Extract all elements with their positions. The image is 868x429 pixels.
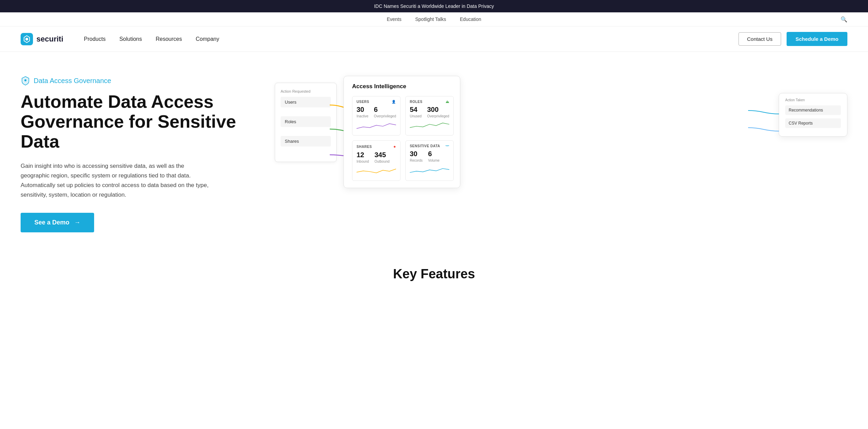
search-icon[interactable]: 🔍 [841, 16, 847, 23]
roles-chart [410, 120, 449, 130]
access-intelligence-card: Access Intelligence USERS 👤 30 Inactive [343, 76, 460, 188]
stat-shares: SHARES ● 12 Inbound 345 Outbound [352, 140, 401, 181]
nav-resources[interactable]: Resources [156, 36, 182, 42]
stat-users-numbers: 30 Inactive 6 Overprivileged [357, 106, 396, 118]
contact-us-button[interactable]: Contact Us [739, 32, 781, 46]
sensitive-icon: 〰 [446, 144, 449, 148]
stat-roles-label: ROLES ⛰ [410, 100, 449, 104]
action-recommendations: Recommendations [785, 105, 841, 115]
logo-text: securiti [36, 35, 63, 44]
svg-point-1 [25, 38, 28, 40]
stat-shares-label: SHARES ● [357, 144, 396, 149]
hero-visual: Action Requested Users Roles Shares Acce… [275, 72, 847, 223]
nav-links: Products Solutions Resources Company [84, 36, 738, 42]
access-card-title: Access Intelligence [352, 83, 452, 90]
hero-description: Gain insight into who is accessing sensi… [21, 161, 213, 200]
nav-actions: Contact Us Schedule a Demo [739, 32, 847, 46]
flow-shares: Shares [281, 136, 331, 147]
stat-sensitive-data: SENSITIVE DATA 〰 30 Records 6 Volume [405, 140, 454, 181]
nav-education[interactable]: Education [460, 16, 481, 22]
action-lines [748, 100, 779, 141]
stat-roles: ROLES ⛰ 54 Unused 300 Overprivileged [405, 96, 454, 136]
user-icon: 👤 [392, 100, 396, 104]
hero-title: Automate Data Access Governance for Sens… [21, 92, 261, 152]
flow-roles: Roles [281, 116, 331, 127]
action-taken-label: Action Taken [785, 98, 841, 102]
announcement-bar: IDC Names Securiti a Worldwide Leader in… [0, 0, 868, 12]
hero-tag-text: Data Access Governance [34, 77, 111, 85]
shares-chart [357, 165, 396, 176]
logo-link[interactable]: securiti [21, 33, 63, 45]
flow-users: Users [281, 97, 331, 107]
key-features-title: Key Features [21, 267, 847, 281]
demo-arrow-icon: → [74, 219, 80, 226]
stat-sensitive-label: SENSITIVE DATA 〰 [410, 144, 449, 148]
secondary-nav: Events Spotlight Talks Education 🔍 [0, 12, 868, 26]
action-csv-reports: CSV Reports [785, 118, 841, 128]
nav-events[interactable]: Events [387, 16, 402, 22]
shield-icon [21, 76, 30, 85]
stat-sensitive-numbers: 30 Records 6 Volume [410, 150, 449, 162]
action-taken-card: Action Taken Recommendations CSV Reports [779, 93, 847, 137]
flow-chart: Action Requested Users Roles Shares [275, 83, 337, 162]
stat-roles-numbers: 54 Unused 300 Overprivileged [410, 106, 449, 118]
nav-products[interactable]: Products [84, 36, 105, 42]
nav-spotlight-talks[interactable]: Spotlight Talks [415, 16, 446, 22]
flow-chart-label: Action Requested [281, 89, 331, 93]
hero-tag: Data Access Governance [21, 76, 261, 85]
sensitive-chart [410, 164, 449, 175]
see-demo-button[interactable]: See a Demo → [21, 213, 94, 232]
stats-grid: USERS 👤 30 Inactive 6 Overprivileged [352, 96, 452, 181]
logo-icon [21, 33, 33, 45]
key-features-section: Key Features [0, 246, 868, 295]
stat-users-label: USERS 👤 [357, 100, 396, 104]
svg-point-2 [24, 79, 26, 81]
users-chart [357, 120, 396, 130]
nav-solutions[interactable]: Solutions [119, 36, 142, 42]
primary-nav: securiti Products Solutions Resources Co… [0, 26, 868, 52]
shares-icon: ● [393, 144, 396, 149]
stat-users: USERS 👤 30 Inactive 6 Overprivileged [352, 96, 401, 136]
hero-content: Data Access Governance Automate Data Acc… [21, 72, 261, 232]
schedule-demo-button[interactable]: Schedule a Demo [787, 32, 847, 46]
hero-section: Data Access Governance Automate Data Acc… [0, 52, 868, 246]
nav-company[interactable]: Company [196, 36, 219, 42]
roles-icon: ⛰ [446, 100, 449, 104]
stat-shares-numbers: 12 Inbound 345 Outbound [357, 151, 396, 163]
announcement-text: IDC Names Securiti a Worldwide Leader in… [374, 3, 494, 9]
see-demo-label: See a Demo [34, 219, 69, 226]
